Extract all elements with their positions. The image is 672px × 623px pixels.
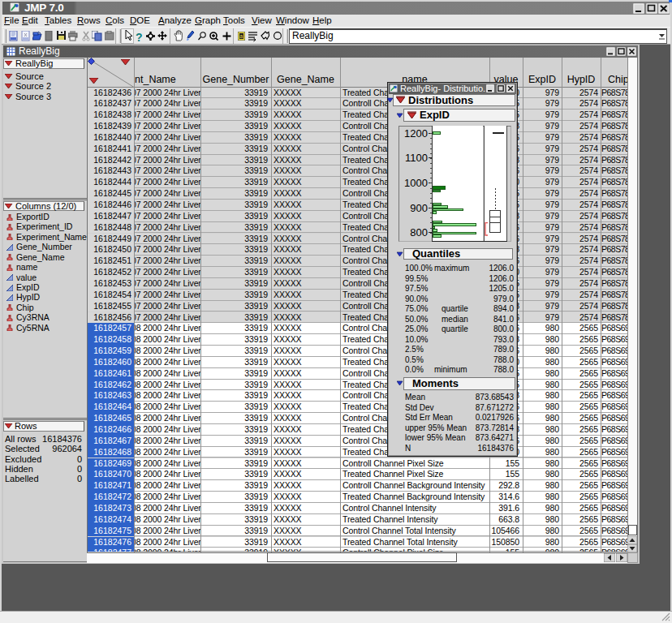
svg-text:a: a (239, 33, 243, 39)
